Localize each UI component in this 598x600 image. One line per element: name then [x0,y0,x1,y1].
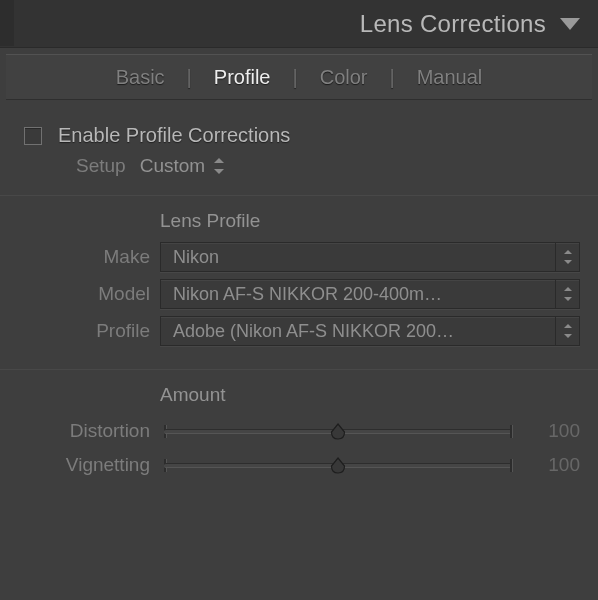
amount-title: Amount [160,384,580,406]
setup-value[interactable]: Custom [140,155,205,177]
profile-row: Profile Adobe (Nikon AF-S NIKKOR 200… [18,316,580,346]
lens-profile-title: Lens Profile [160,210,580,232]
updown-icon [563,250,573,264]
model-dropdown-value: Nikon AF-S NIKKOR 200-400m… [173,284,442,305]
make-dropdown-value: Nikon [173,247,219,268]
profile-label: Profile [18,320,150,342]
lens-profile-section: Lens Profile Make Nikon Model Nikon AF-S… [18,196,580,369]
enable-profile-corrections-checkbox[interactable] [24,127,42,145]
vignetting-value[interactable]: 100 [526,454,580,476]
dropdown-handle[interactable] [555,243,579,271]
dropdown-handle[interactable] [555,317,579,345]
amount-section: Amount Distortion 100 Vignetting [18,370,580,476]
tab-basic[interactable]: Basic [108,66,173,89]
vignetting-label: Vignetting [18,454,150,476]
distortion-slider[interactable] [164,421,512,441]
collapse-triangle-icon[interactable] [560,18,580,30]
tab-separator: | [173,66,206,89]
updown-icon [563,287,573,301]
enable-profile-corrections-row: Enable Profile Corrections [24,124,580,147]
lens-corrections-panel: Lens Corrections Basic | Profile | Color… [0,0,598,600]
tab-color[interactable]: Color [312,66,376,89]
tab-bar: Basic | Profile | Color | Manual [6,54,592,100]
panel-edge-marker [0,0,14,46]
make-row: Make Nikon [18,242,580,272]
setup-updown-icon[interactable] [213,158,225,174]
panel-header[interactable]: Lens Corrections [0,0,598,48]
panel-body: Enable Profile Corrections Setup Custom … [0,100,598,476]
tab-separator: | [376,66,409,89]
vignetting-row: Vignetting 100 [18,454,580,476]
setup-label: Setup [76,155,126,177]
tab-profile[interactable]: Profile [206,66,279,89]
profile-dropdown[interactable]: Adobe (Nikon AF-S NIKKOR 200… [160,316,580,346]
slider-cap [510,459,512,472]
dropdown-handle[interactable] [555,280,579,308]
tab-manual[interactable]: Manual [409,66,491,89]
profile-dropdown-value: Adobe (Nikon AF-S NIKKOR 200… [173,321,454,342]
distortion-label: Distortion [18,420,150,442]
setup-row: Setup Custom [76,155,580,177]
distortion-value[interactable]: 100 [526,420,580,442]
slider-cap [510,425,512,438]
tab-separator: | [279,66,312,89]
model-label: Model [18,283,150,305]
panel-title: Lens Corrections [360,10,546,38]
distortion-row: Distortion 100 [18,420,580,442]
make-label: Make [18,246,150,268]
make-dropdown[interactable]: Nikon [160,242,580,272]
model-dropdown[interactable]: Nikon AF-S NIKKOR 200-400m… [160,279,580,309]
slider-thumb[interactable] [330,457,347,474]
slider-thumb[interactable] [330,423,347,440]
updown-icon [563,324,573,338]
enable-profile-corrections-label: Enable Profile Corrections [58,124,290,147]
model-row: Model Nikon AF-S NIKKOR 200-400m… [18,279,580,309]
vignetting-slider[interactable] [164,455,512,475]
